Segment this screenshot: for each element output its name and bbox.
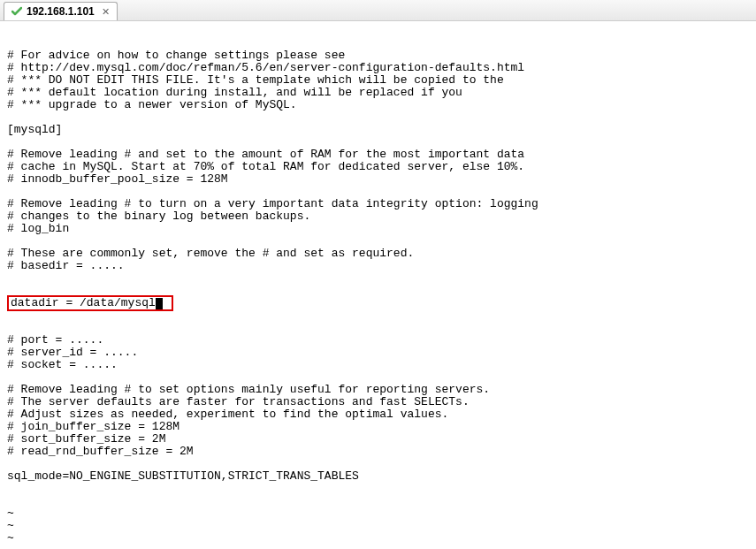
editor-line: # join_buffer_size = 128M <box>7 421 749 433</box>
datadir-config-line: datadir = /data/mysql <box>11 296 156 309</box>
tab-title: 192.168.1.101 <box>27 5 95 18</box>
vim-tilde-line: ~ <box>7 545 749 549</box>
editor-line: # For advice on how to change settings p… <box>7 50 749 62</box>
tab-active[interactable]: 192.168.1.101 ✕ <box>4 2 118 20</box>
editor-line: # read_rnd_buffer_size = 2M <box>7 446 749 458</box>
vim-tilde-line: ~ <box>7 532 749 545</box>
editor-line: # These are commonly set, remove the # a… <box>7 248 749 260</box>
vim-tilde-line: ~ <box>7 507 749 520</box>
editor-line <box>7 371 749 384</box>
editor-line: # Remove leading # and set to the amount… <box>7 149 749 161</box>
editor-line: # socket = ..... <box>7 359 749 371</box>
editor-line: # Adjust sizes as needed, experiment to … <box>7 408 749 421</box>
editor-line: # *** default location during install, a… <box>7 87 749 99</box>
editor-content[interactable]: # For advice on how to change settings p… <box>0 21 756 549</box>
editor-line: # Remove leading # to set options mainly… <box>7 384 749 396</box>
highlighted-line: datadir = /data/mysql <box>7 297 749 309</box>
editor-line: # *** DO NOT EDIT THIS FILE. It's a temp… <box>7 74 749 87</box>
editor-line: # sort_buffer_size = 2M <box>7 433 749 446</box>
editor-line <box>7 111 749 124</box>
close-icon[interactable]: ✕ <box>102 6 110 18</box>
editor-line: sql_mode=NO_ENGINE_SUBSTITUTION,STRICT_T… <box>7 470 749 483</box>
editor-line: # log_bin <box>7 223 749 235</box>
editor-line: # innodb_buffer_pool_size = 128M <box>7 173 749 186</box>
editor-line: # basedir = ..... <box>7 260 749 272</box>
tab-bar: 192.168.1.101 ✕ <box>0 0 756 21</box>
editor-line <box>7 136 749 149</box>
editor-line: # server_id = ..... <box>7 347 749 359</box>
checkmark-icon <box>11 6 22 17</box>
editor-line: # http://dev.mysql.com/doc/refman/5.6/en… <box>7 62 749 74</box>
editor-line <box>7 458 749 470</box>
editor-line: [mysqld] <box>7 124 749 136</box>
editor-line: # The server defaults are faster for tra… <box>7 396 749 408</box>
editor-line <box>7 235 749 248</box>
editor-line: # cache in MySQL. Start at 70% of total … <box>7 161 749 173</box>
editor-line <box>7 186 749 198</box>
text-cursor <box>156 298 163 309</box>
vim-tilde-line: ~ <box>7 520 749 532</box>
editor-line: # port = ..... <box>7 334 749 347</box>
editor-line: # Remove leading # to turn on a very imp… <box>7 198 749 210</box>
editor-line: # *** upgrade to a newer version of MySQ… <box>7 99 749 111</box>
editor-line: # changes to the binary log between back… <box>7 210 749 223</box>
